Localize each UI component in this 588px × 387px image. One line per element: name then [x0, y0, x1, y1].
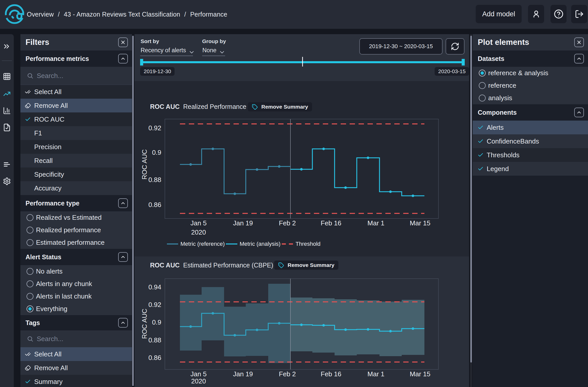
- svg-text:Mar 15: Mar 15: [410, 370, 431, 378]
- svg-text:0.9: 0.9: [152, 318, 161, 326]
- svg-text:2020: 2020: [191, 228, 206, 236]
- svg-text:Mar 1: Mar 1: [368, 370, 384, 378]
- svg-text:Metric (reference): Metric (reference): [180, 241, 225, 247]
- svg-text:Mar 1: Mar 1: [368, 219, 384, 227]
- svg-text:Jan 19: Jan 19: [233, 219, 253, 227]
- svg-text:0.86: 0.86: [148, 354, 161, 362]
- svg-text:0.92: 0.92: [148, 301, 161, 308]
- svg-text:Feb 16: Feb 16: [321, 219, 341, 227]
- svg-text:0.88: 0.88: [148, 176, 161, 184]
- svg-text:2020: 2020: [191, 377, 206, 385]
- svg-text:Metric (analysis): Metric (analysis): [240, 241, 280, 247]
- svg-text:ROC AUC: ROC AUC: [141, 149, 148, 179]
- svg-text:Feb 16: Feb 16: [321, 370, 341, 378]
- svg-text:0.92: 0.92: [148, 124, 161, 132]
- svg-text:0.94: 0.94: [148, 283, 161, 291]
- svg-text:0.88: 0.88: [148, 336, 161, 344]
- svg-text:Mar 15: Mar 15: [410, 219, 431, 227]
- svg-text:Jan 19: Jan 19: [233, 370, 253, 378]
- svg-text:Threshold: Threshold: [296, 241, 321, 247]
- svg-text:Jan 5: Jan 5: [190, 370, 207, 378]
- svg-text:ROC AUC: ROC AUC: [141, 309, 148, 339]
- svg-text:0.9: 0.9: [152, 149, 161, 156]
- svg-text:Jan 5: Jan 5: [190, 219, 207, 227]
- svg-text:0.86: 0.86: [148, 201, 161, 209]
- svg-text:Feb 2: Feb 2: [279, 219, 296, 227]
- svg-text:Feb 2: Feb 2: [279, 370, 296, 378]
